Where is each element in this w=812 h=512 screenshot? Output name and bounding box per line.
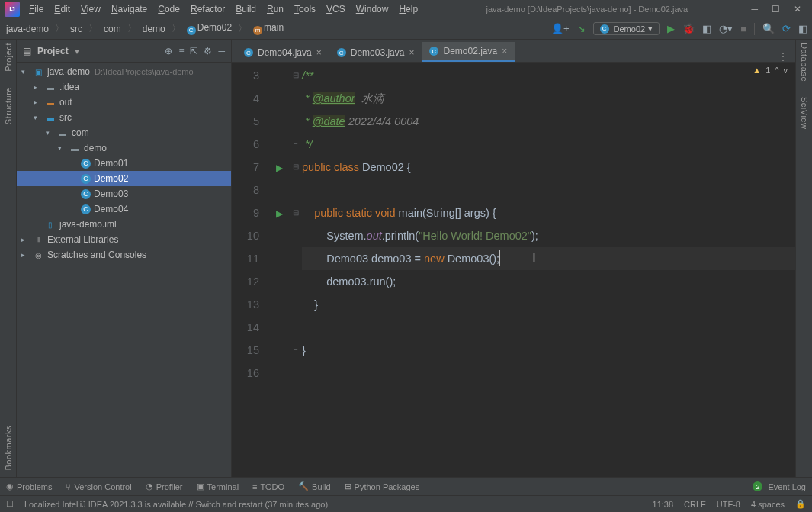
tree-arrow-icon[interactable]: ▾ [34, 114, 44, 121]
code-line[interactable]: * @author 水滴 [302, 87, 795, 110]
tree-arrow-icon[interactable]: ▾ [46, 129, 56, 137]
close-icon[interactable]: × [316, 47, 322, 58]
tree-item[interactable]: CDemo02 [17, 171, 231, 186]
breadcrumb-pkg[interactable]: demo [141, 24, 167, 34]
structure-tool-tab[interactable]: Structure [4, 87, 13, 124]
status-encoding[interactable]: UTF-8 [717, 500, 740, 509]
run-gutter-icon[interactable]: ▶ [276, 163, 283, 173]
menu-code[interactable]: Code [153, 2, 185, 16]
editor-tab[interactable]: CDemo02.java× [422, 42, 515, 62]
status-time[interactable]: 11:38 [653, 500, 674, 509]
tree-item[interactable]: ▾▬com [17, 125, 231, 140]
code-line[interactable]: } [302, 293, 795, 316]
tree-arrow-icon[interactable]: ▸ [34, 98, 44, 106]
settings-icon[interactable]: ◧ [798, 23, 807, 34]
tree-item[interactable]: ▾▬src [17, 110, 231, 125]
menu-tools[interactable]: Tools [290, 2, 320, 16]
tree-item[interactable]: ▸▬out [17, 95, 231, 110]
tree-item[interactable]: CDemo04 [17, 201, 231, 217]
terminal-tab[interactable]: ▣ Terminal [197, 481, 239, 491]
close-icon[interactable]: × [409, 47, 414, 58]
stop-button[interactable]: ■ [740, 23, 746, 34]
tree-item[interactable]: ▸▬.idea [17, 79, 231, 95]
build-icon[interactable]: ↘ [577, 23, 586, 34]
menu-build[interactable]: Build [231, 2, 261, 16]
event-log-tab[interactable]: 2Event Log [753, 481, 806, 491]
editor-tab[interactable]: CDemo03.java× [329, 42, 422, 62]
breadcrumb-src[interactable]: src [69, 24, 84, 34]
code-line[interactable]: Demo03 demo03 = new Demo03();I [302, 247, 795, 270]
menu-refactor[interactable]: Refactor [186, 2, 229, 16]
tree-arrow-icon[interactable]: ▸ [34, 83, 44, 91]
code-line[interactable]: public static void main(String[] args) { [302, 201, 795, 224]
project-tree[interactable]: ▾▣java-demoD:\IdeaProjects\java-demo▸▬.i… [17, 63, 231, 477]
code-content[interactable]: /** * @author 水滴 * @date 2022/4/4 0004 *… [302, 63, 795, 477]
menu-help[interactable]: Help [394, 2, 422, 16]
problems-tab[interactable]: ◉ Problems [6, 481, 52, 491]
profiler-tab[interactable]: ◔ Profiler [146, 481, 183, 491]
lock-icon[interactable]: 🔒 [795, 499, 806, 509]
code-editor[interactable]: ▲ 1 ^ v 345678910111213141516 ▶▶ ⊟⌐⊟⊟⌐⌐ … [232, 63, 795, 477]
tree-arrow-icon[interactable]: ▸ [21, 236, 32, 243]
add-user-icon[interactable]: 👤+ [551, 23, 570, 34]
menu-run[interactable]: Run [262, 2, 288, 16]
status-indent[interactable]: 4 spaces [751, 500, 785, 509]
code-line[interactable]: System.out.println("Hello World! Demo02"… [302, 224, 795, 247]
select-opened-icon[interactable]: ⊕ [165, 46, 172, 56]
tree-item[interactable]: ▾▬demo [17, 140, 231, 156]
menu-window[interactable]: Window [351, 2, 393, 16]
tree-item[interactable]: CDemo01 [17, 156, 231, 171]
fold-gutter[interactable]: ⊟⌐⊟⊟⌐⌐ [290, 63, 302, 477]
status-line-ending[interactable]: CRLF [684, 500, 706, 509]
tree-item[interactable]: ▸◎Scratches and Consoles [17, 247, 231, 262]
code-line[interactable]: * @date 2022/4/4 0004 [302, 110, 795, 133]
tree-item[interactable]: ▾▣java-demoD:\IdeaProjects\java-demo [17, 64, 231, 79]
tree-arrow-icon[interactable]: ▾ [58, 144, 69, 152]
python-packages-tab[interactable]: ⊞ Python Packages [345, 481, 420, 491]
run-button[interactable]: ▶ [667, 23, 675, 34]
code-line[interactable] [302, 362, 795, 385]
status-indicator-icon[interactable]: ☐ [6, 499, 14, 509]
run-gutter-icon[interactable]: ▶ [276, 208, 283, 219]
breadcrumb-method[interactable]: mmain [252, 22, 285, 35]
database-tool-tab[interactable]: Database [800, 43, 809, 82]
tree-arrow-icon[interactable]: ▸ [21, 251, 32, 259]
expand-all-icon[interactable]: ≡ [178, 46, 184, 56]
sync-icon[interactable]: ⟳ [782, 23, 791, 34]
search-icon[interactable]: 🔍 [762, 23, 775, 34]
menu-edit[interactable]: Edit [50, 2, 75, 16]
project-tool-tab[interactable]: Project [4, 43, 13, 72]
menu-vcs[interactable]: VCS [322, 2, 350, 16]
code-line[interactable]: } [302, 339, 795, 362]
minimize-button[interactable]: ─ [751, 4, 758, 14]
tree-item[interactable]: CDemo03 [17, 186, 231, 201]
sciview-tool-tab[interactable]: SciView [800, 97, 809, 129]
menu-view[interactable]: View [76, 2, 105, 16]
todo-tab[interactable]: ≡ TODO [252, 482, 284, 491]
run-config-dropdown[interactable]: CDemo02 ▾ [593, 22, 660, 35]
menu-file[interactable]: File [24, 2, 48, 16]
code-line[interactable]: */ [302, 133, 795, 156]
build-tab[interactable]: 🔨 Build [298, 481, 330, 491]
code-line[interactable]: /** [302, 64, 795, 87]
settings-icon[interactable]: ⚙ [204, 46, 212, 56]
profile-button[interactable]: ◔▾ [719, 23, 733, 34]
breadcrumb-pkg[interactable]: com [102, 24, 123, 34]
status-message[interactable]: Localized IntelliJ IDEA 2021.3.3 is avai… [24, 500, 642, 509]
maximize-button[interactable]: ☐ [772, 4, 780, 14]
breadcrumb-class[interactable]: CDemo02 [185, 22, 233, 35]
editor-tab[interactable]: CDemo04.java× [236, 42, 329, 62]
close-button[interactable]: ✕ [794, 4, 801, 14]
dropdown-icon[interactable]: ▾ [75, 46, 79, 56]
vcs-tab[interactable]: ⑂ Version Control [66, 482, 131, 491]
coverage-button[interactable]: ◧ [702, 23, 711, 34]
run-gutter[interactable]: ▶▶ [268, 63, 290, 477]
code-line[interactable]: demo03.run(); [302, 270, 795, 293]
breadcrumb-project[interactable]: java-demo [5, 24, 50, 34]
hide-icon[interactable]: ─ [218, 46, 225, 56]
code-line[interactable] [302, 179, 795, 201]
code-line[interactable]: public class Demo02 { [302, 156, 795, 179]
debug-button[interactable]: 🐞 [682, 23, 695, 34]
tree-arrow-icon[interactable]: ▾ [21, 68, 32, 76]
close-icon[interactable]: × [502, 46, 507, 56]
